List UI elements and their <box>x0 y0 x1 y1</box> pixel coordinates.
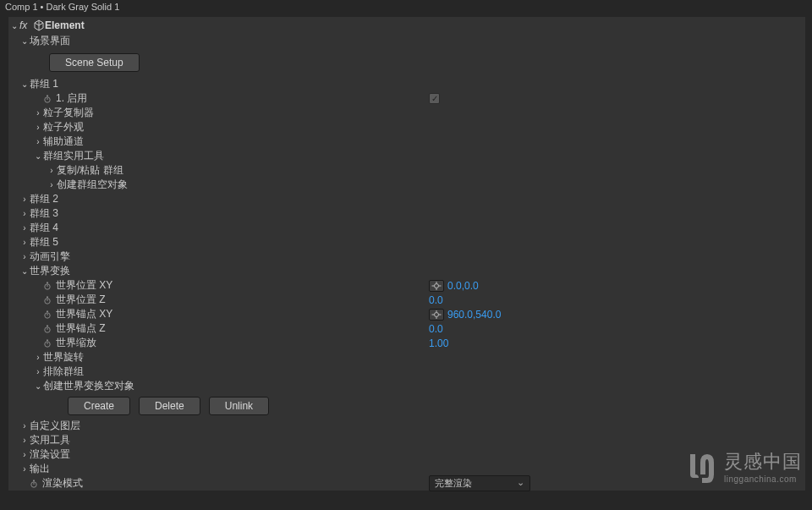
delete-button[interactable]: Delete <box>139 397 200 415</box>
render-mode-label: 渲染模式 <box>42 476 83 491</box>
effect-controls-panel: fx Element Reset 场景界面 Scene Setup 群组 1 1… <box>8 17 805 491</box>
effect-twisty[interactable] <box>10 21 19 30</box>
stopwatch-icon[interactable] <box>42 295 52 305</box>
stopwatch-icon[interactable] <box>42 281 52 291</box>
svg-rect-4 <box>47 282 48 283</box>
group2-label: 群组 2 <box>30 192 58 206</box>
world-pos-xy-label: 世界位置 XY <box>56 278 112 293</box>
world-scale-value[interactable]: 1.00 <box>429 337 448 349</box>
custom-layers-label: 自定义图层 <box>30 419 80 433</box>
anim-engine-twisty[interactable] <box>20 252 29 261</box>
group-utilities-twisty[interactable] <box>34 151 42 161</box>
stopwatch-icon[interactable] <box>42 94 52 104</box>
svg-point-17 <box>435 312 439 316</box>
enable-checkbox[interactable] <box>429 93 440 104</box>
world-pos-z-label: 世界位置 Z <box>56 293 106 307</box>
stopwatch-icon[interactable] <box>42 338 52 348</box>
world-scale-label: 世界缩放 <box>56 336 96 350</box>
scene-setup-button[interactable]: Scene Setup <box>49 53 140 72</box>
group5-twisty[interactable] <box>20 238 29 247</box>
group2-twisty[interactable] <box>20 195 29 204</box>
output-twisty[interactable] <box>20 464 29 474</box>
stopwatch-icon[interactable] <box>42 324 52 334</box>
stopwatch-icon[interactable] <box>42 310 52 320</box>
create-world-null-label: 创建世界变换空对象 <box>43 379 134 393</box>
utilities-label: 实用工具 <box>30 433 70 447</box>
scene-interface-twisty[interactable] <box>20 36 29 46</box>
create-group-null-label: 创建群组空对象 <box>57 178 128 192</box>
particle-look-twisty[interactable] <box>34 123 42 132</box>
svg-rect-26 <box>47 339 48 341</box>
render-settings-label: 渲染设置 <box>30 447 70 462</box>
group3-twisty[interactable] <box>20 209 29 218</box>
effect-name: Element <box>45 19 85 31</box>
group1-label: 群组 1 <box>30 77 58 91</box>
effect-header: fx Element Reset <box>8 17 805 34</box>
svg-rect-15 <box>47 310 48 312</box>
crosshair-icon[interactable] <box>429 309 444 321</box>
create-group-null-twisty[interactable] <box>47 180 56 189</box>
element-cube-icon <box>33 19 45 32</box>
world-rotation-twisty[interactable] <box>34 353 42 362</box>
aux-channels-label: 辅助通道 <box>43 134 84 149</box>
world-pos-z-value[interactable]: 0.0 <box>429 294 443 306</box>
stopwatch-icon[interactable] <box>29 479 39 489</box>
render-settings-twisty[interactable] <box>20 450 29 459</box>
fx-icon: fx <box>19 19 31 31</box>
exclude-group-twisty[interactable] <box>34 367 42 376</box>
copy-paste-label: 复制/粘贴 群组 <box>57 163 123 178</box>
group5-label: 群组 5 <box>30 235 58 250</box>
group4-twisty[interactable] <box>20 223 29 233</box>
exclude-group-label: 排除群组 <box>43 365 84 379</box>
world-rotation-label: 世界旋转 <box>43 350 84 365</box>
output-label: 输出 <box>30 462 50 476</box>
particle-replicator-label: 粒子复制器 <box>43 106 94 120</box>
world-transform-twisty[interactable] <box>20 266 29 276</box>
particle-replicator-twisty[interactable] <box>34 108 42 118</box>
world-transform-label: 世界变换 <box>30 264 70 278</box>
world-pos-xy-value[interactable]: 0.0,0.0 <box>447 280 479 292</box>
group1-twisty[interactable] <box>20 80 29 89</box>
scene-interface-label: 场景界面 <box>30 34 70 48</box>
svg-rect-29 <box>33 480 35 481</box>
render-mode-select[interactable]: 完整渲染 <box>429 475 530 491</box>
group-utilities-label: 群组实用工具 <box>43 149 104 163</box>
world-anchor-z-value[interactable]: 0.0 <box>429 323 443 335</box>
svg-rect-12 <box>47 296 48 298</box>
unlink-button[interactable]: Unlink <box>209 397 269 415</box>
window-title: Comp 1 • Dark Gray Solid 1 <box>0 0 812 17</box>
world-anchor-z-label: 世界锚点 Z <box>56 321 106 336</box>
group3-label: 群组 3 <box>30 206 58 221</box>
group4-label: 群组 4 <box>30 221 58 235</box>
svg-point-6 <box>435 283 439 288</box>
utilities-twisty[interactable] <box>20 436 29 445</box>
custom-layers-twisty[interactable] <box>20 421 29 430</box>
create-button[interactable]: Create <box>68 397 130 415</box>
create-world-null-twisty[interactable] <box>34 381 42 391</box>
world-anchor-xy-label: 世界锚点 XY <box>56 307 112 321</box>
enable-label: 1. 启用 <box>56 91 87 106</box>
world-anchor-xy-value[interactable]: 960.0,540.0 <box>447 309 501 321</box>
particle-look-label: 粒子外观 <box>43 120 84 134</box>
aux-channels-twisty[interactable] <box>34 137 42 146</box>
anim-engine-label: 动画引擎 <box>30 250 70 264</box>
svg-rect-1 <box>47 95 48 96</box>
copy-paste-twisty[interactable] <box>47 166 56 175</box>
svg-rect-23 <box>47 325 48 326</box>
crosshair-icon[interactable] <box>429 280 444 292</box>
